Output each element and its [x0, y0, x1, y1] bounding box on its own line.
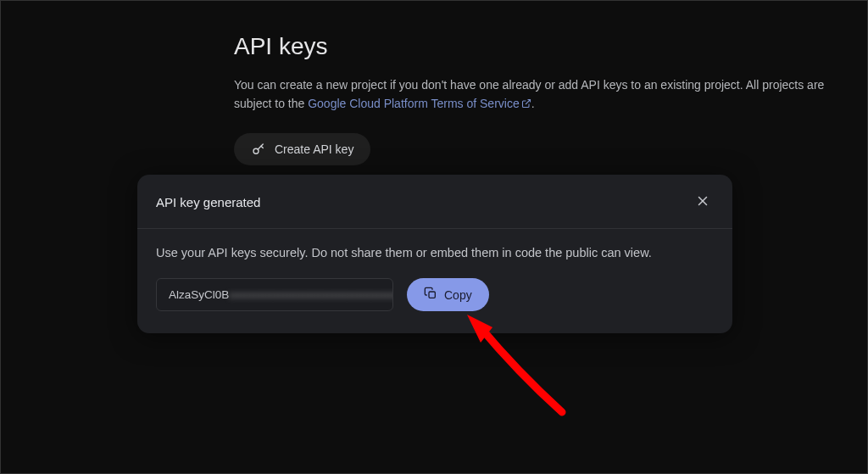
- svg-line-3: [261, 146, 263, 148]
- copy-button[interactable]: Copy: [407, 278, 489, 311]
- close-icon: [695, 193, 710, 211]
- copy-button-label: Copy: [444, 288, 472, 302]
- api-key-generated-modal: API key generated Use your API keys secu…: [137, 175, 732, 333]
- page-title: API keys: [234, 33, 868, 60]
- modal-title: API key generated: [156, 195, 260, 209]
- modal-description: Use your API keys securely. Do not share…: [156, 246, 714, 259]
- description-text-suffix: .: [531, 97, 535, 110]
- modal-body: Use your API keys securely. Do not share…: [137, 229, 732, 333]
- key-icon: [251, 142, 266, 157]
- api-key-field[interactable]: AlzaSyCl0Bxxxxxxxxxxxxxxxxxxxxxxxxxxxx: [156, 278, 393, 311]
- page-description: You can create a new project if you don'…: [234, 75, 844, 114]
- svg-line-0: [526, 100, 531, 105]
- api-key-obscured-part: xxxxxxxxxxxxxxxxxxxxxxxxxxxx: [229, 288, 393, 301]
- modal-header: API key generated: [137, 175, 732, 229]
- create-api-key-button[interactable]: Create API key: [234, 133, 370, 165]
- create-api-key-label: Create API key: [275, 142, 353, 156]
- external-link-icon: [521, 95, 531, 114]
- svg-rect-6: [429, 292, 435, 298]
- close-button[interactable]: [692, 190, 714, 215]
- api-key-row: AlzaSyCl0Bxxxxxxxxxxxxxxxxxxxxxxxxxxxx C…: [156, 278, 714, 311]
- copy-icon: [424, 287, 437, 303]
- terms-of-service-link[interactable]: Google Cloud Platform Terms of Service: [308, 97, 531, 110]
- api-key-visible-part: AlzaSyCl0B: [169, 288, 229, 301]
